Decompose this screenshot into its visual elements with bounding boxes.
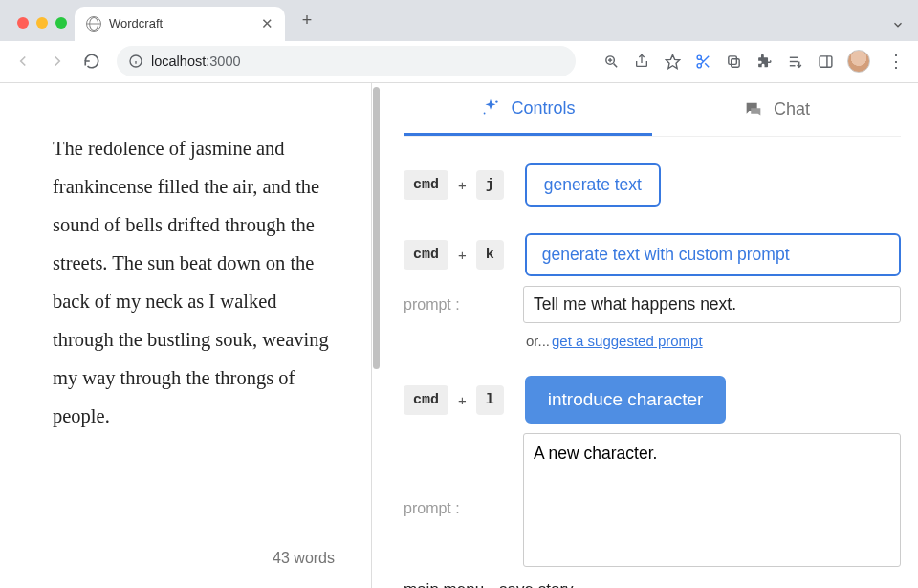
share-icon[interactable] xyxy=(633,53,650,70)
chat-icon xyxy=(743,99,764,120)
scrollbar-thumb[interactable] xyxy=(373,87,380,369)
word-count: 43 words xyxy=(273,550,335,567)
svg-point-21 xyxy=(496,100,498,102)
key-k: k xyxy=(476,240,504,270)
back-button[interactable] xyxy=(10,48,36,75)
app-content: The redolence of jasmine and frankincens… xyxy=(0,83,918,588)
suggested-prompt-row: or... get a suggested prompt xyxy=(526,333,901,349)
browser-tab[interactable]: Wordcraft ✕ xyxy=(75,7,285,41)
key-cmd: cmd xyxy=(404,240,448,270)
browser-toolbar: localhost:3000 ⋮ xyxy=(0,41,918,83)
new-tab-button[interactable]: + xyxy=(293,7,321,35)
profile-avatar[interactable] xyxy=(847,50,870,73)
footer-links: main menu save story xyxy=(404,580,901,588)
controls-pane: Controls Chat cmd + j generate text cmd … xyxy=(382,83,918,588)
tab-chat[interactable]: Chat xyxy=(652,83,901,136)
or-text: or... xyxy=(526,333,550,349)
copy-icon[interactable] xyxy=(725,53,742,70)
maximize-window-button[interactable] xyxy=(55,17,67,29)
toolbar-actions: ⋮ xyxy=(602,50,908,73)
svg-rect-14 xyxy=(731,58,739,66)
prompt-label: prompt : xyxy=(404,296,514,314)
key-cmd: cmd xyxy=(404,385,448,415)
generate-text-button[interactable]: generate text xyxy=(525,163,661,207)
zoom-icon[interactable] xyxy=(602,53,620,70)
introduce-character-group: cmd + l introduce character prompt : mai… xyxy=(404,376,901,588)
svg-marker-8 xyxy=(666,54,679,68)
close-tab-button[interactable]: ✕ xyxy=(261,15,273,33)
window-controls xyxy=(10,17,75,41)
suggested-prompt-link[interactable]: get a suggested prompt xyxy=(552,333,703,349)
key-l: l xyxy=(476,385,504,415)
sparkle-icon xyxy=(480,98,501,119)
key-cmd: cmd xyxy=(404,170,448,200)
svg-rect-19 xyxy=(820,56,832,67)
plus-symbol: + xyxy=(456,177,469,193)
tab-chat-label: Chat xyxy=(774,99,810,120)
reload-button[interactable] xyxy=(78,48,105,75)
svg-line-4 xyxy=(613,63,617,67)
minimize-window-button[interactable] xyxy=(36,17,48,29)
star-icon[interactable] xyxy=(664,53,681,70)
main-menu-link[interactable]: main menu xyxy=(404,580,484,588)
svg-line-12 xyxy=(705,63,709,67)
key-j: j xyxy=(476,170,504,200)
svg-point-10 xyxy=(697,63,701,67)
svg-rect-15 xyxy=(728,56,736,65)
url-host: localhost:3000 xyxy=(151,54,241,69)
svg-point-9 xyxy=(697,55,701,59)
plus-symbol: + xyxy=(456,247,469,263)
svg-point-22 xyxy=(484,113,486,115)
save-story-link[interactable]: save story xyxy=(499,580,573,588)
close-window-button[interactable] xyxy=(17,17,29,29)
generate-custom-group: cmd + k generate text with custom prompt… xyxy=(404,233,901,349)
reading-list-icon[interactable] xyxy=(786,53,803,70)
plus-symbol: + xyxy=(456,392,469,408)
tab-title: Wordcraft xyxy=(109,16,163,31)
forward-button[interactable] xyxy=(44,48,71,75)
side-panel-icon[interactable] xyxy=(817,53,834,70)
prompt-label: prompt : xyxy=(404,500,514,517)
tab-overflow-button[interactable] xyxy=(891,18,905,32)
generate-text-group: cmd + j generate text xyxy=(404,163,901,207)
info-icon xyxy=(128,54,143,69)
svg-line-13 xyxy=(700,59,703,62)
address-bar[interactable]: localhost:3000 xyxy=(117,46,576,76)
browser-menu-button[interactable]: ⋮ xyxy=(884,51,908,72)
tab-controls[interactable]: Controls xyxy=(404,83,652,136)
story-text[interactable]: The redolence of jasmine and frankincens… xyxy=(53,129,342,435)
editor-pane: The redolence of jasmine and frankincens… xyxy=(0,83,371,588)
character-prompt-input[interactable] xyxy=(523,433,901,567)
pane-divider xyxy=(371,83,382,588)
extensions-icon[interactable] xyxy=(755,53,773,70)
generate-custom-button[interactable]: generate text with custom prompt xyxy=(525,233,901,276)
controls-tabs: Controls Chat xyxy=(404,83,901,137)
introduce-character-button[interactable]: introduce character xyxy=(525,376,727,424)
scissors-icon[interactable] xyxy=(694,53,711,70)
browser-chrome: Wordcraft ✕ + localhost:3000 xyxy=(0,0,918,83)
custom-prompt-input[interactable] xyxy=(523,286,901,323)
tab-bar: Wordcraft ✕ + xyxy=(0,0,918,41)
tab-controls-label: Controls xyxy=(511,98,575,119)
globe-icon xyxy=(86,16,101,32)
